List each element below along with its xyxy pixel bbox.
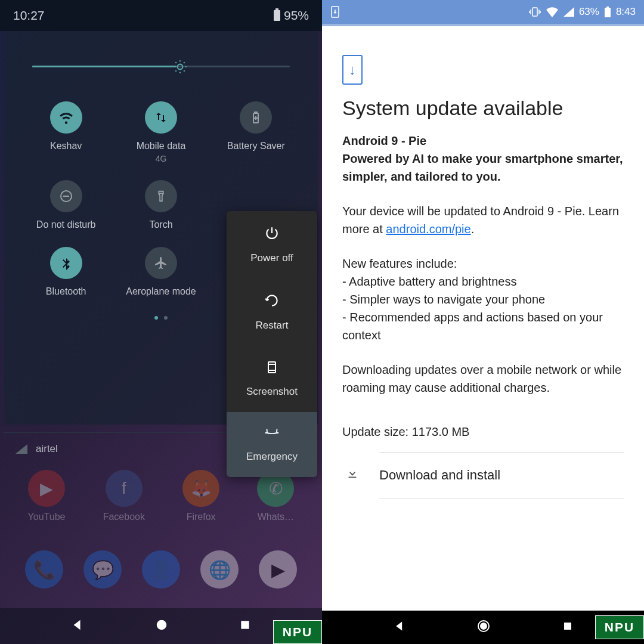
dnd-icon xyxy=(50,180,82,212)
emergency-icon xyxy=(264,426,280,442)
update-title: System update available xyxy=(342,97,624,120)
system-update-icon: ↓ xyxy=(342,55,363,85)
clock: 10:27 xyxy=(13,8,45,23)
dock-messages[interactable]: 💬 xyxy=(83,550,122,589)
tile-bluetooth[interactable]: Bluetooth xyxy=(18,247,113,297)
svg-rect-12 xyxy=(564,623,571,630)
features-heading: New features include: xyxy=(342,255,624,273)
left-screenshot: 10:27 95% Keshav Mobile data 4G xyxy=(0,0,322,644)
brightness-slider[interactable] xyxy=(32,57,290,75)
tile-air-label: Aeroplane mode xyxy=(126,286,196,297)
tile-wifi[interactable]: Keshav xyxy=(18,101,113,163)
screenshot-button[interactable]: Screenshot xyxy=(227,346,317,412)
emergency-button[interactable]: Emergency xyxy=(227,412,317,477)
restart-button[interactable]: Restart xyxy=(227,278,317,346)
torch-icon xyxy=(145,180,177,212)
data-icon xyxy=(145,101,177,134)
screenshot-icon xyxy=(265,360,279,377)
app-whatsapp[interactable]: ✆Whats… xyxy=(257,470,294,522)
update-paragraph-1: Your device will be updated to Android 9… xyxy=(342,202,624,238)
update-warning: Downloading updates over a mobile networ… xyxy=(342,361,624,397)
power-icon xyxy=(264,225,280,244)
battery-saver-icon xyxy=(240,101,272,134)
tile-battery-saver[interactable]: Battery Saver xyxy=(209,101,304,163)
nav-back-right[interactable] xyxy=(394,620,405,634)
signal-icon xyxy=(16,444,27,454)
app-facebook[interactable]: fFacebook xyxy=(103,470,145,522)
dock-contacts[interactable]: 👤 xyxy=(142,550,180,589)
dot-2[interactable] xyxy=(164,316,168,320)
svg-rect-8 xyxy=(605,8,611,17)
npu-watermark-right: NPU xyxy=(595,615,644,639)
svg-rect-3 xyxy=(268,362,275,373)
dot-1[interactable] xyxy=(154,316,158,320)
brightness-thumb-icon[interactable] xyxy=(172,59,188,75)
app-firefox[interactable]: 🦊Firefox xyxy=(182,470,219,522)
dock-chrome[interactable]: 🌐 xyxy=(200,550,239,589)
tile-saver-label: Battery Saver xyxy=(227,141,285,151)
restart-icon xyxy=(264,293,280,311)
battery-icon-right xyxy=(604,7,611,17)
nav-bar-right: NPU xyxy=(322,611,644,644)
battery-percent: 95% xyxy=(284,8,309,23)
nav-recent[interactable] xyxy=(239,619,251,633)
tile-dnd[interactable]: Do not disturb xyxy=(18,180,113,230)
download-notif-icon xyxy=(330,6,340,18)
tile-aeroplane[interactable]: Aeroplane mode xyxy=(113,247,208,297)
emergency-label: Emergency xyxy=(246,451,298,463)
app-youtube[interactable]: ▶YouTube xyxy=(28,470,66,522)
feature-1: - Adaptive battery and brightness xyxy=(342,273,624,290)
npu-watermark: NPU xyxy=(273,620,322,644)
tile-torch[interactable]: Torch xyxy=(113,180,208,230)
svg-point-11 xyxy=(481,623,487,629)
nav-home-right[interactable] xyxy=(476,619,491,636)
update-size: Update size: 1173.0 MB xyxy=(342,425,624,439)
power-off-label: Power off xyxy=(250,252,293,264)
wifi-status-icon xyxy=(546,7,559,17)
tile-dnd-label: Do not disturb xyxy=(36,219,96,230)
feature-3: - Recommended apps and actions based on … xyxy=(342,308,624,344)
update-subtitle-1: Android 9 - Pie xyxy=(342,134,624,148)
nav-recent-right[interactable] xyxy=(562,621,573,634)
power-off-button[interactable]: Power off xyxy=(227,211,317,278)
carrier-name: airtel xyxy=(36,443,58,455)
dock-play[interactable]: ▶ xyxy=(259,550,297,589)
battery-percent-right: 63% xyxy=(579,6,599,18)
vibrate-icon xyxy=(529,7,541,17)
download-install-label: Download and install xyxy=(379,467,500,483)
tile-bt-label: Bluetooth xyxy=(46,286,86,297)
svg-rect-5 xyxy=(241,621,249,628)
tile-data-label: Mobile data xyxy=(137,141,186,151)
nav-back[interactable] xyxy=(71,618,84,634)
bluetooth-icon xyxy=(50,247,82,279)
tile-data-sub: 4G xyxy=(156,154,167,163)
wifi-icon xyxy=(50,101,82,134)
feature-2: - Simpler ways to navigate your phone xyxy=(342,290,624,308)
svg-point-0 xyxy=(178,64,183,70)
dock-phone[interactable]: 📞 xyxy=(25,550,63,589)
status-bar-right: 63% 8:43 xyxy=(322,0,644,24)
android-pie-link[interactable]: android.com/pie xyxy=(386,222,470,236)
right-screenshot: 63% 8:43 ↓ System update available Andro… xyxy=(322,0,644,644)
download-install-button[interactable]: Download and install xyxy=(379,452,624,499)
svg-point-4 xyxy=(157,620,167,630)
battery-status: 95% xyxy=(274,8,309,23)
clock-right: 8:43 xyxy=(616,6,636,18)
update-body: ↓ System update available Android 9 - Pi… xyxy=(322,26,644,611)
battery-icon xyxy=(274,10,280,21)
dock: 📞 💬 👤 🌐 ▶ xyxy=(0,537,322,602)
download-icon xyxy=(342,467,363,484)
signal-status-icon xyxy=(564,7,574,17)
restart-label: Restart xyxy=(256,320,289,332)
svg-rect-7 xyxy=(532,8,537,16)
tile-torch-label: Torch xyxy=(149,219,172,230)
tile-mobile-data[interactable]: Mobile data 4G xyxy=(113,101,208,163)
features-list: New features include: - Adaptive battery… xyxy=(342,255,624,344)
update-subtitle-2: Powered by AI to make your smartphone sm… xyxy=(342,150,624,185)
tile-wifi-label: Keshav xyxy=(50,141,82,151)
power-menu: Power off Restart Screenshot Emergency xyxy=(227,211,317,477)
screenshot-label: Screenshot xyxy=(246,386,298,398)
nav-home[interactable] xyxy=(155,618,168,634)
status-bar-left: 10:27 95% xyxy=(0,0,322,31)
plane-icon xyxy=(145,247,177,279)
